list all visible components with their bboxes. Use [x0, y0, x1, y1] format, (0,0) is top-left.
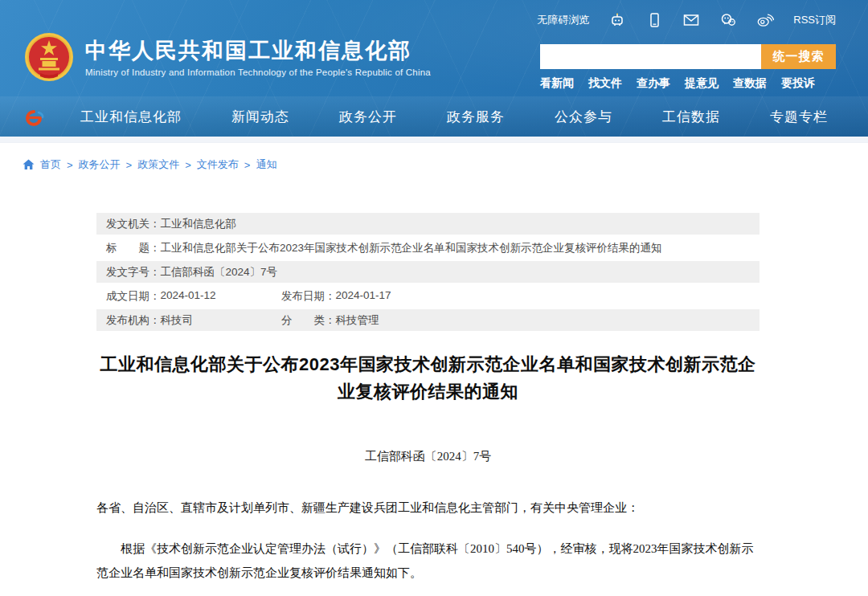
- meta-value: 2024-01-12: [161, 289, 216, 304]
- home-icon[interactable]: [23, 159, 35, 170]
- meta-row-title: 标 题： 工业和信息化部关于公布2023年国家技术创新示范企业名单和国家技术创新…: [96, 237, 760, 259]
- wechat-icon[interactable]: [719, 11, 737, 29]
- quick-links: 看新闻 找文件 查办事 提意见 查数据 要投诉: [540, 76, 837, 91]
- meta-row-org-category: 发布机构： 科技司 分 类： 科技管理: [96, 309, 760, 331]
- nav-item-data[interactable]: 工信数据: [662, 108, 720, 126]
- rss-link[interactable]: RSS订阅: [793, 13, 836, 27]
- quick-link-complaint[interactable]: 要投诉: [781, 76, 815, 91]
- weibo-icon[interactable]: [756, 11, 774, 29]
- robot-assistant-icon[interactable]: [608, 11, 626, 29]
- quick-link-feedback[interactable]: 提意见: [685, 76, 719, 91]
- crumb-separator: >: [67, 159, 73, 171]
- document-paragraph: 根据《技术创新示范企业认定管理办法（试行）》（工信部联科〔2010〕540号），…: [96, 537, 760, 585]
- document-number: 工信部科函〔2024〕7号: [96, 449, 760, 464]
- meta-value: 工信部科函〔2024〕7号: [161, 265, 278, 280]
- nav-item-news[interactable]: 新闻动态: [231, 108, 289, 126]
- crumb-separator: >: [185, 159, 191, 171]
- meta-row-doc-number: 发文字号： 工信部科函〔2024〕7号: [96, 261, 760, 283]
- mobile-icon[interactable]: [645, 11, 663, 29]
- search-area: 统一搜索 看新闻 找文件 查办事 提意见 查数据 要投诉: [540, 44, 837, 91]
- meta-value: 工业和信息化部: [161, 217, 237, 231]
- document-content: 发文机关： 工业和信息化部 标 题： 工业和信息化部关于公布2023年国家技术创…: [96, 213, 760, 585]
- crumb-separator: >: [126, 159, 133, 171]
- quick-link-services[interactable]: 查办事: [637, 76, 670, 91]
- crumb-policy-files[interactable]: 政策文件: [137, 157, 179, 172]
- quick-link-news[interactable]: 看新闻: [540, 76, 574, 91]
- meta-row-dates: 成文日期： 2024-01-12 发布日期： 2024-01-17: [96, 285, 760, 307]
- nav-item-miit[interactable]: 工业和信息化部: [80, 108, 182, 126]
- nav-item-participation[interactable]: 公众参与: [555, 108, 612, 126]
- page: 无障碍浏览: [0, 0, 868, 596]
- crumb-notice[interactable]: 通知: [256, 157, 276, 172]
- meta-label: 发布日期：: [281, 289, 336, 304]
- site-subtitle: Ministry of Industry and Information Tec…: [85, 67, 431, 77]
- search-input[interactable]: [540, 44, 761, 69]
- topbar: 无障碍浏览: [537, 11, 836, 29]
- quick-link-files[interactable]: 找文件: [588, 76, 622, 91]
- miit-logo-icon: [21, 104, 47, 130]
- nav-items: 工业和信息化部 新闻动态 政务公开 政务服务 公众参与 工信数据 专题专栏: [80, 108, 828, 126]
- nav-item-topics[interactable]: 专题专栏: [770, 108, 828, 126]
- breadcrumb: 首页 > 政务公开 > 政策文件 > 文件发布 > 通知: [23, 157, 276, 172]
- document-meta-table: 发文机关： 工业和信息化部 标 题： 工业和信息化部关于公布2023年国家技术创…: [96, 213, 760, 331]
- meta-label: 发文机关：: [106, 217, 161, 231]
- meta-label: 发布机构：: [106, 313, 161, 328]
- meta-label: 分 类：: [281, 313, 336, 328]
- crumb-separator: >: [244, 159, 251, 171]
- site-header: 无障碍浏览: [0, 0, 868, 137]
- nav-item-gov-service[interactable]: 政务服务: [447, 108, 505, 126]
- crumb-home[interactable]: 首页: [40, 157, 61, 172]
- meta-label: 成文日期：: [106, 289, 161, 304]
- national-emblem-icon: [24, 32, 74, 82]
- crumb-gov-open[interactable]: 政务公开: [79, 157, 121, 172]
- mail-icon[interactable]: [682, 11, 700, 29]
- brand: 中华人民共和国工业和信息化部 Ministry of Industry and …: [24, 32, 431, 82]
- site-title: 中华人民共和国工业和信息化部: [85, 38, 431, 63]
- meta-value: 科技管理: [336, 313, 379, 328]
- crumb-file-release[interactable]: 文件发布: [197, 157, 239, 172]
- document-salutation: 各省、自治区、直辖市及计划单列市、新疆生产建设兵团工业和信息化主管部门，有关中央…: [96, 498, 760, 517]
- accessibility-link[interactable]: 无障碍浏览: [537, 13, 589, 27]
- meta-value: 科技司: [161, 313, 194, 328]
- unified-search-button[interactable]: 统一搜索: [761, 44, 836, 69]
- meta-value: 2024-01-17: [336, 289, 391, 304]
- quick-link-data[interactable]: 查数据: [733, 76, 767, 91]
- meta-label: 标 题：: [106, 241, 161, 255]
- brand-titles: 中华人民共和国工业和信息化部 Ministry of Industry and …: [85, 38, 431, 77]
- meta-row-issuing-agency: 发文机关： 工业和信息化部: [96, 213, 760, 235]
- main-nav: 工业和信息化部 新闻动态 政务公开 政务服务 公众参与 工信数据 专题专栏: [0, 96, 868, 137]
- document-title: 工业和信息化部关于公布2023年国家技术创新示范企业名单和国家技术创新示范企业复…: [96, 351, 760, 406]
- header-divider-strip: [0, 137, 868, 143]
- meta-label: 发文字号：: [106, 265, 161, 280]
- nav-item-gov-open[interactable]: 政务公开: [339, 108, 397, 126]
- meta-value: 工业和信息化部关于公布2023年国家技术创新示范企业名单和国家技术创新示范企业复…: [161, 241, 662, 255]
